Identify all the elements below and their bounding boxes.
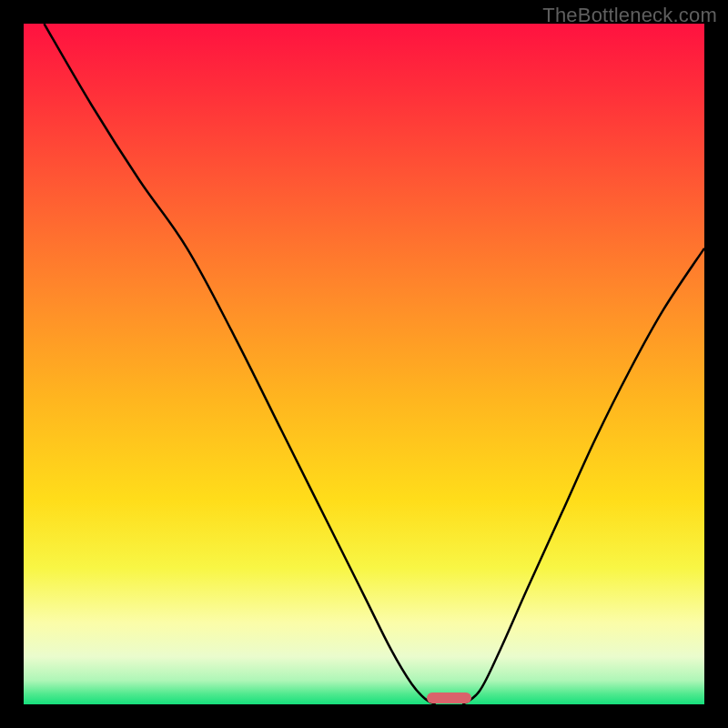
curve-right-branch (462, 248, 704, 704)
chart-frame: TheBottleneck.com (0, 0, 728, 728)
plot-area (24, 24, 704, 704)
watermark-text: TheBottleneck.com (542, 4, 717, 27)
curve-left-branch (44, 24, 435, 704)
bottleneck-curve (24, 24, 704, 704)
optimal-range-marker (427, 693, 471, 703)
